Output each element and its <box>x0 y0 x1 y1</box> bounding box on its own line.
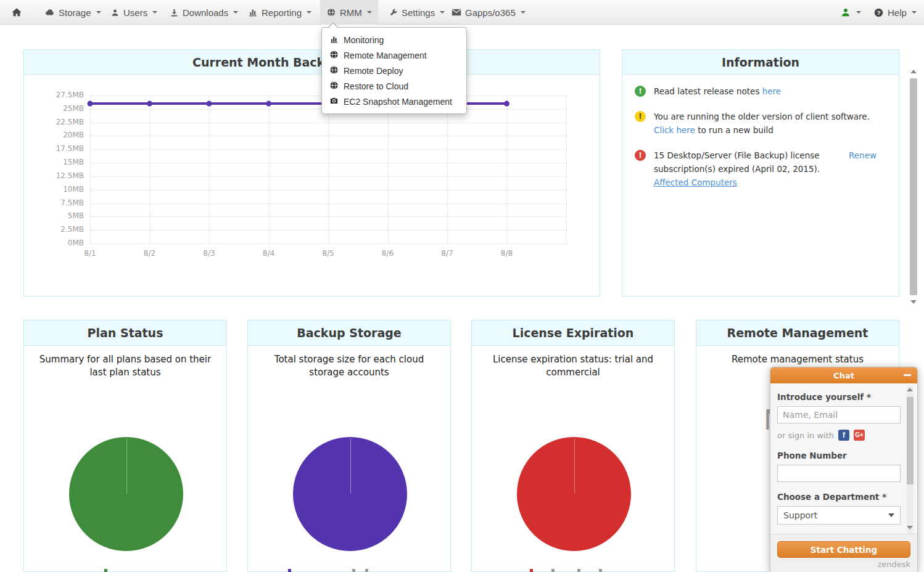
menu-item-ec2-snapshot[interactable]: EC2 Snapshot Management <box>322 94 466 109</box>
panel-header: Backup Storage <box>248 321 450 346</box>
y-axis-tick-label: 5MB <box>37 211 84 220</box>
dropdown-notch <box>328 22 339 28</box>
affected-computers-link[interactable]: Affected Computers <box>654 178 737 187</box>
nav-item-help[interactable]: ? Help <box>867 0 923 25</box>
menu-item-remote-management[interactable]: Remote Management <box>322 47 466 63</box>
zendesk-chat-widget: Chat Introduce yourself * or sign in wit… <box>770 367 918 572</box>
menu-item-label: Restore to Cloud <box>344 81 408 91</box>
panel-title: Current Month Back <box>192 55 324 69</box>
department-value: Support <box>783 510 817 520</box>
svg-text:?: ? <box>877 9 881 15</box>
y-axis-tick-label: 12.5MB <box>37 171 84 180</box>
data-point-marker[interactable] <box>207 101 212 107</box>
legend-stub <box>352 569 355 572</box>
nav-item-storage[interactable]: Storage <box>39 0 107 25</box>
pie-slice-border <box>350 438 351 494</box>
chevron-down-icon <box>888 513 894 517</box>
caret-down-icon <box>233 11 238 14</box>
pie-slice-border <box>126 438 127 494</box>
notice-license-expired: ! 15 Desktop/Server (File Backup) licens… <box>635 149 877 189</box>
globe-icon <box>326 7 336 17</box>
menu-item-monitoring[interactable]: Monitoring <box>322 32 466 47</box>
error-icon: ! <box>635 150 646 161</box>
data-point-marker[interactable] <box>266 101 271 107</box>
backup-storage-panel: Backup Storage Total storage size for ea… <box>247 320 451 572</box>
panel-header: Information <box>622 50 899 75</box>
scroll-down-arrow[interactable] <box>910 300 917 304</box>
caret-down-icon <box>96 11 101 14</box>
nav-label: Reporting <box>262 7 302 18</box>
data-point-marker[interactable] <box>88 101 93 107</box>
scroll-up-arrow[interactable] <box>910 70 917 73</box>
license-expiration-pie-chart[interactable] <box>517 437 631 551</box>
legend-stub <box>599 569 602 572</box>
name-email-input[interactable] <box>777 406 901 423</box>
chat-footer: Start Chatting zendesk <box>770 534 917 572</box>
legend-stub <box>551 569 555 572</box>
help-icon: ? <box>873 7 884 18</box>
x-axis-tick-label: 8/7 <box>434 249 461 258</box>
menu-item-remote-deploy[interactable]: Remote Deploy <box>322 63 466 78</box>
gridline <box>90 243 566 244</box>
release-notes-link[interactable]: here <box>762 86 781 96</box>
phone-input[interactable] <box>777 465 901 482</box>
renew-link[interactable]: Renew <box>849 149 877 189</box>
home-icon <box>11 7 22 18</box>
nav-item-users[interactable]: Users <box>104 0 163 25</box>
y-axis-tick-label: 20MB <box>37 131 84 139</box>
menu-item-label: EC2 Snapshot Management <box>344 97 452 107</box>
backup-usage-panel: Current Month Back 27.5MB25MB22.5MB20MB1… <box>23 49 600 296</box>
plan-status-pie-chart[interactable] <box>69 437 183 551</box>
x-axis-tick-label: 8/2 <box>136 249 163 258</box>
google-plus-icon[interactable]: G+ <box>854 430 865 441</box>
globe-icon <box>329 50 339 61</box>
nav-item-reporting[interactable]: Reporting <box>242 0 318 25</box>
user-menu-button[interactable] <box>834 0 867 25</box>
scrollbar-thumb[interactable] <box>910 78 917 295</box>
nav-item-rmm[interactable]: RMM <box>320 0 378 25</box>
nav-item-settings[interactable]: Settings <box>382 0 451 25</box>
x-axis-tick-label: 8/3 <box>196 249 223 258</box>
minimize-icon[interactable] <box>904 374 911 376</box>
menu-item-restore-to-cloud[interactable]: Restore to Cloud <box>322 78 466 94</box>
data-point-marker[interactable] <box>147 101 152 107</box>
nav-label: RMM <box>340 7 362 18</box>
department-select[interactable]: Support <box>777 506 901 525</box>
nav-label: Settings <box>402 7 435 18</box>
nav-label: Downloads <box>183 7 228 18</box>
new-build-link[interactable]: Click here <box>654 125 695 135</box>
pie-slice-border <box>574 438 575 494</box>
top-navbar: Storage Users Downloads Reporting RMM Se… <box>0 0 924 25</box>
x-axis-tick-label: 8/4 <box>255 249 283 258</box>
start-chatting-button[interactable]: Start Chatting <box>777 541 910 558</box>
caret-down-icon <box>367 11 372 14</box>
caret-down-icon <box>912 11 917 14</box>
data-point-marker[interactable] <box>504 101 509 107</box>
gridline <box>566 96 567 243</box>
panel-title: Remote Management <box>727 326 868 340</box>
y-axis-tick-label: 0MB <box>37 239 84 247</box>
home-button[interactable] <box>5 0 28 25</box>
notice-text: You are running the older version of cli… <box>654 110 871 137</box>
chat-header[interactable]: Chat <box>770 367 917 383</box>
y-axis-tick-label: 25MB <box>37 104 84 113</box>
cloud-icon <box>45 7 55 17</box>
backup-storage-pie-chart[interactable] <box>293 437 407 551</box>
social-signin-row: or sign in with f G+ <box>777 430 901 441</box>
department-label: Choose a Department * <box>777 492 901 502</box>
nav-item-gapps[interactable]: Gapps/o365 <box>445 0 532 25</box>
chat-scrollbar-thumb[interactable] <box>907 397 914 484</box>
nav-item-downloads[interactable]: Downloads <box>163 0 244 25</box>
chat-scroll-down-arrow[interactable] <box>907 526 913 529</box>
y-axis-tick-label: 22.5MB <box>37 118 84 126</box>
user-account-icon <box>840 7 851 18</box>
facebook-icon[interactable]: f <box>838 430 849 441</box>
globe-icon <box>329 65 339 76</box>
notice-text: Read latest release notes here <box>654 84 781 98</box>
chat-scroll-up-arrow[interactable] <box>907 388 913 391</box>
panel-description: Total storage size for each cloud storag… <box>248 353 450 379</box>
backup-usage-plot: 27.5MB25MB22.5MB20MB17.5MB15MB12.5MB10MB… <box>90 96 566 243</box>
x-axis-tick-label: 8/8 <box>493 249 521 258</box>
x-axis-tick-label: 8/5 <box>315 249 342 258</box>
panel-description: Summary for all plans based on their las… <box>24 353 226 379</box>
